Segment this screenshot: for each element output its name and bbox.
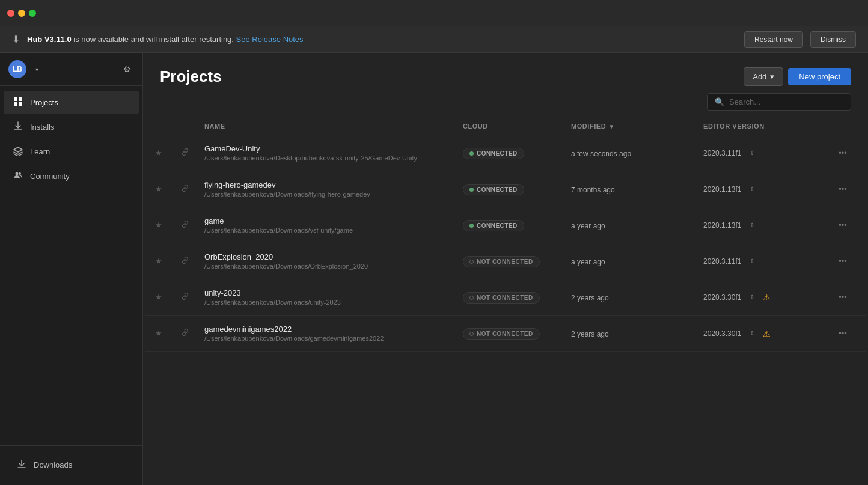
search-bar: 🔍 [707, 93, 851, 111]
star-button[interactable]: ★ [151, 326, 166, 341]
star-button[interactable]: ★ [151, 182, 166, 197]
sidebar: LB ▾ ⚙ Projects Installs [0, 53, 143, 485]
sort-arrow-icon: ▼ [608, 123, 614, 130]
release-notes-link[interactable]: See Release Notes [236, 35, 304, 44]
version-sort-button[interactable]: ⇕ [745, 254, 759, 269]
cloud-dot [469, 224, 474, 228]
project-path: /Users/lenkabubenkova/Downloads/OrbExplo… [204, 263, 451, 270]
star-button[interactable]: ★ [151, 290, 166, 305]
more-options-button[interactable]: ••• [836, 290, 850, 305]
restart-now-button[interactable]: Restart now [744, 31, 803, 48]
cloud-dot [469, 296, 474, 300]
editor-version: 2020.1.13f1 ⇕ [703, 182, 824, 197]
col-modified[interactable]: MODIFIED ▼ [565, 123, 697, 130]
sidebar-item-label-downloads: Downloads [34, 460, 72, 469]
modified-text: a year ago [571, 222, 605, 230]
star-button[interactable]: ★ [151, 146, 166, 160]
link-cell-gamedev-unity[interactable] [172, 148, 198, 158]
editor-cell-gamedev-unity: 2020.3.11f1 ⇕ [697, 146, 830, 160]
avatar-dropdown-icon[interactable]: ▾ [31, 64, 42, 75]
editor-version-text: 2020.3.11f1 [703, 257, 741, 266]
modified-text: a few seconds ago [571, 150, 631, 158]
project-path: /Users/lenkabubenkova/Downloads/vsf-unit… [204, 227, 451, 234]
warning-icon: ⚠ [763, 293, 771, 302]
more-options-button[interactable]: ••• [836, 146, 850, 160]
version-sort-button[interactable]: ⇕ [745, 218, 759, 233]
star-cell-flying-hero-gamedev[interactable]: ★ [145, 182, 172, 197]
cloud-badge: CONNECTED [463, 184, 524, 195]
col-name[interactable]: NAME [198, 123, 457, 130]
new-project-button[interactable]: New project [788, 68, 851, 85]
star-cell-orbexplosion-2020[interactable]: ★ [145, 254, 172, 269]
link-cell-unity-2023[interactable] [172, 292, 198, 302]
star-cell-game[interactable]: ★ [145, 218, 172, 233]
installs-icon [13, 121, 23, 133]
col-modified-label: MODIFIED [571, 123, 606, 130]
more-options-button[interactable]: ••• [836, 218, 850, 233]
project-name: OrbExplosion_2020 [204, 252, 451, 261]
more-options-button[interactable]: ••• [836, 182, 850, 197]
more-options-button[interactable]: ••• [836, 326, 850, 341]
editor-version: 2020.3.30f1 ⇕ ⚠ [703, 290, 824, 305]
name-cell-orbexplosion-2020: OrbExplosion_2020 /Users/lenkabubenkova/… [198, 252, 457, 270]
link-cell-orbexplosion-2020[interactable] [172, 256, 198, 266]
maximize-button[interactable] [29, 10, 36, 17]
table-row: ★ flying-hero-gamedev /Users/lenkabubenk… [145, 171, 866, 207]
sidebar-item-installs[interactable]: Installs [4, 115, 139, 139]
sidebar-item-learn[interactable]: Learn [4, 140, 139, 163]
link-cell-flying-hero-gamedev[interactable] [172, 184, 198, 194]
col-editor[interactable]: EDITOR VERSION [697, 123, 830, 130]
cloud-cell-flying-hero-gamedev: CONNECTED [457, 183, 565, 195]
sidebar-item-projects[interactable]: Projects [4, 91, 139, 114]
name-cell-gamedevminigames2022: gamedevminigames2022 /Users/lenkabubenko… [198, 325, 457, 342]
version-sort-button[interactable]: ⇕ [745, 146, 759, 160]
editor-version-text: 2020.3.30f1 [703, 293, 741, 302]
minimize-button[interactable] [18, 10, 25, 17]
star-cell-unity-2023[interactable]: ★ [145, 290, 172, 305]
learn-icon [13, 146, 23, 157]
modified-cell-orbexplosion-2020: a year ago [565, 256, 697, 267]
actions-cell-orbexplosion-2020: ••• [830, 254, 866, 269]
version-sort-button[interactable]: ⇕ [745, 326, 759, 341]
star-button[interactable]: ★ [151, 254, 166, 269]
cloud-cell-game: CONNECTED [457, 219, 565, 231]
settings-icon[interactable]: ⚙ [120, 62, 134, 76]
col-cloud[interactable]: CLOUD [457, 123, 565, 130]
more-options-button[interactable]: ••• [836, 254, 850, 269]
warning-icon: ⚠ [763, 329, 771, 338]
modified-cell-game: a year ago [565, 220, 697, 231]
star-button[interactable]: ★ [151, 218, 166, 233]
avatar[interactable]: LB [8, 60, 26, 78]
close-button[interactable] [7, 10, 14, 17]
project-path: /Users/lenkabubenkova/Downloads/gamedevm… [204, 335, 451, 342]
search-input[interactable] [729, 97, 843, 106]
editor-version-text: 2020.1.13f1 [703, 185, 741, 194]
cloud-dot [469, 332, 474, 336]
link-cell-game[interactable] [172, 220, 198, 230]
star-cell-gamedev-unity[interactable]: ★ [145, 146, 172, 160]
modified-text: a year ago [571, 258, 605, 266]
modified-text: 2 years ago [571, 294, 609, 302]
name-cell-game: game /Users/lenkabubenkova/Downloads/vsf… [198, 216, 457, 234]
table-header: NAME CLOUD MODIFIED ▼ EDITOR VERSION [145, 118, 866, 135]
actions-cell-game: ••• [830, 218, 866, 233]
link-cell-gamedevminigames2022[interactable] [172, 328, 198, 338]
sidebar-item-downloads[interactable]: Downloads [7, 453, 135, 477]
modified-text: 2 years ago [571, 330, 609, 338]
version-sort-button[interactable]: ⇕ [745, 290, 759, 305]
row-actions: ••• [836, 146, 860, 160]
star-cell-gamedevminigames2022[interactable]: ★ [145, 326, 172, 341]
link-icon [181, 328, 189, 338]
projects-icon [13, 97, 23, 108]
sidebar-item-community[interactable]: Community [4, 165, 139, 188]
link-icon [181, 292, 189, 302]
add-button[interactable]: Add ▾ [744, 67, 783, 86]
svg-rect-1 [19, 97, 22, 101]
dismiss-button[interactable]: Dismiss [810, 31, 856, 48]
project-path: /Users/lenkabubenkova/Desktop/bubenkova-… [204, 154, 451, 162]
table-row: ★ game /Users/lenkabubenkova/Downloads/v… [145, 207, 866, 243]
link-icon [181, 256, 189, 266]
cloud-badge: NOT CONNECTED [463, 328, 540, 340]
main-layout: LB ▾ ⚙ Projects Installs [0, 53, 868, 485]
version-sort-button[interactable]: ⇕ [745, 182, 759, 197]
